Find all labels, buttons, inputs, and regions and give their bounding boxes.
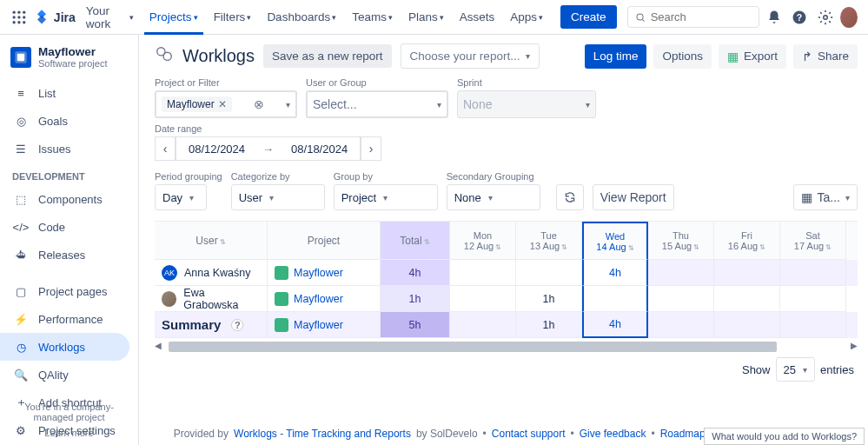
daterange-label: Date range [155, 123, 858, 134]
day-cell [780, 286, 846, 312]
project-icon [275, 292, 288, 306]
share-icon: ↱ [802, 50, 812, 63]
view-report-button[interactable]: View Report [593, 184, 674, 210]
app-switcher-icon[interactable] [10, 7, 28, 28]
categorize-select[interactable]: User▾ [231, 184, 325, 210]
share-button[interactable]: ↱Share [793, 44, 858, 69]
summary-label: Summary [162, 317, 221, 332]
feedback-prompt[interactable]: What would you add to Worklogs? [704, 428, 865, 445]
save-report-button[interactable]: Save as a new report [263, 44, 392, 68]
jira-logo[interactable]: Jira [33, 9, 76, 26]
chevron-down-icon: ▾ [539, 13, 543, 22]
period-label: Period grouping [155, 171, 222, 182]
date-range-input[interactable]: 08/12/2024 → 08/18/2024 [176, 136, 361, 161]
user-group-select[interactable]: Select...▾ [306, 90, 448, 118]
chevron-down-icon: ▾ [129, 13, 134, 22]
sidebar-item-code[interactable]: </>Code [0, 213, 138, 241]
learn-more-link[interactable]: Learn more [7, 428, 131, 438]
nav-yourwork[interactable]: Your work▾ [81, 1, 139, 34]
date-next-button[interactable]: › [361, 136, 381, 161]
date-prev-button[interactable]: ‹ [155, 136, 176, 161]
project-header[interactable]: Mayflower Software project [0, 45, 138, 79]
col-day-mon: Mon12 Aug⇅ [450, 222, 516, 260]
table-row[interactable]: AKAnna Kwaśny Mayflower 4h 4h [155, 260, 858, 286]
svg-point-4 [17, 16, 20, 18]
col-day-wed: Wed14 Aug⇅ [582, 222, 648, 260]
col-project: Project [268, 222, 381, 260]
log-time-button[interactable]: Log time [585, 44, 647, 69]
chip-remove-icon[interactable]: ✕ [218, 98, 227, 110]
help-icon[interactable]: ? [790, 5, 810, 30]
project-link[interactable]: Mayflower [294, 319, 343, 331]
list-icon: ≡ [12, 84, 30, 102]
scroll-left-icon[interactable]: ◀ [155, 341, 162, 350]
worklogs-icon [155, 45, 174, 67]
pagesize-select[interactable]: 25▾ [776, 357, 815, 382]
nav-teams[interactable]: Teams▾ [347, 7, 398, 27]
col-total[interactable]: Total⇅ [381, 222, 450, 260]
project-subtitle: Software project [38, 58, 107, 69]
sidebar-item-pages[interactable]: ▢Project pages [0, 277, 138, 305]
day-cell: 4h [582, 312, 648, 338]
app-link[interactable]: Worklogs - Time Tracking and Reports [234, 428, 411, 440]
roadmap-link[interactable]: Roadmap [660, 428, 706, 440]
day-cell [648, 312, 714, 338]
sidebar-item-worklogs[interactable]: ◷Worklogs [0, 333, 129, 361]
period-select[interactable]: Day▾ [155, 184, 207, 210]
avatar [162, 291, 176, 307]
create-button[interactable]: Create [560, 5, 617, 29]
sprint-select[interactable]: None▾ [457, 90, 596, 118]
sidebar-item-list[interactable]: ≡List [0, 79, 138, 107]
horizontal-scrollbar[interactable] [169, 342, 777, 352]
project-link[interactable]: Mayflower [294, 293, 343, 305]
notifications-icon[interactable] [765, 5, 785, 30]
svg-point-9 [637, 13, 643, 19]
secondary-select[interactable]: None▾ [447, 184, 540, 210]
components-icon: ⬚ [12, 190, 30, 208]
secondary-label: Secondary Grouping [447, 171, 540, 182]
nav-projects[interactable]: Projects▾ [144, 0, 203, 35]
refresh-button[interactable] [556, 184, 584, 210]
project-link[interactable]: Mayflower [294, 267, 343, 279]
svg-point-16 [163, 52, 171, 60]
tablemode-select[interactable]: ▦Ta...▾ [793, 184, 858, 210]
contact-link[interactable]: Contact support [492, 428, 566, 440]
svg-point-12 [823, 15, 827, 19]
export-button[interactable]: ▦Export [719, 44, 786, 69]
options-button[interactable]: Options [653, 44, 712, 69]
help-icon[interactable]: ? [231, 319, 243, 331]
feedback-link[interactable]: Give feedback [580, 428, 646, 440]
sidebar-item-performance[interactable]: ⚡Performance [0, 305, 138, 333]
sidebar-item-releases[interactable]: ⛴Releases [0, 241, 138, 269]
settings-icon[interactable] [815, 5, 835, 30]
col-user[interactable]: User⇅ [155, 222, 268, 260]
nav-assets[interactable]: Assets [454, 7, 500, 27]
categorize-label: Categorize by [231, 171, 325, 182]
project-filter-input[interactable]: Mayflower✕ ⊗ ▾ [155, 90, 297, 118]
nav-apps[interactable]: Apps▾ [505, 7, 548, 27]
groupby-select[interactable]: Project▾ [334, 184, 438, 210]
col-day-thu: Thu15 Aug⇅ [648, 222, 714, 260]
nav-filters[interactable]: Filters▾ [209, 7, 257, 27]
scroll-right-icon[interactable]: ▶ [851, 341, 858, 350]
project-name: Mayflower [38, 45, 107, 58]
clear-icon[interactable]: ⊗ [254, 97, 264, 111]
sidebar-item-components[interactable]: ⬚Components [0, 185, 138, 213]
project-filter-label: Project or Filter [155, 77, 297, 88]
sidebar-item-issues[interactable]: ☰Issues [0, 135, 138, 163]
choose-report-select[interactable]: Choose your report...▾ [401, 43, 540, 69]
search-input[interactable] [627, 6, 759, 28]
page-title: Worklogs [182, 46, 255, 66]
target-icon: ◎ [12, 112, 30, 130]
sidebar-item-qality[interactable]: 🔍QAlity [0, 361, 138, 389]
nav-dashboards[interactable]: Dashboards▾ [262, 7, 341, 27]
day-cell [714, 260, 780, 286]
user-avatar[interactable] [840, 7, 858, 28]
nav-plans[interactable]: Plans▾ [403, 7, 449, 27]
chevron-down-icon: ▾ [586, 100, 590, 110]
user-name: Anna Kwaśny [184, 267, 250, 279]
grid-icon: ▦ [801, 190, 812, 204]
sidebar-item-goals[interactable]: ◎Goals [0, 107, 138, 135]
day-cell [450, 312, 516, 338]
table-row[interactable]: Ewa Grabowska Mayflower 1h 1h [155, 286, 858, 312]
